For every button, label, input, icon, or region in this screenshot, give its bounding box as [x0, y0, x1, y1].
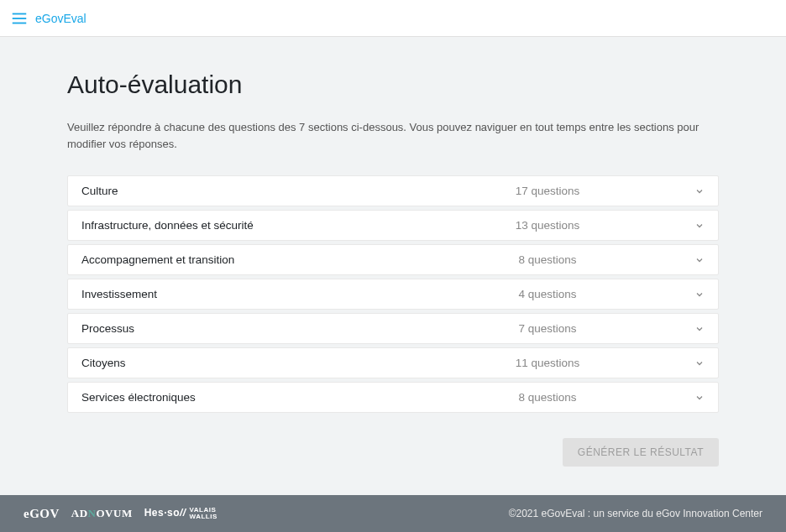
logo-adnovum: ADNOVUM: [71, 507, 133, 520]
section-count: 4 questions: [401, 288, 694, 300]
section-services-electroniques[interactable]: Services électroniques 8 questions: [67, 382, 719, 413]
logo-hesso: Hes·so// VALAIS WALLIS: [144, 507, 217, 520]
section-label: Citoyens: [81, 357, 401, 369]
section-count: 17 questions: [401, 185, 694, 197]
footer-logos: eGOV ADNOVUM Hes·so// VALAIS WALLIS: [24, 507, 217, 521]
logo-valais: VALAIS WALLIS: [190, 507, 217, 520]
section-accompagnement[interactable]: Accompagnement et transition 8 questions: [67, 244, 719, 275]
section-infrastructure[interactable]: Infrastructure, données et sécurité 13 q…: [67, 210, 719, 241]
chevron-down-icon: [694, 324, 705, 334]
footer-copyright: ©2021 eGovEval : un service du eGov Inno…: [509, 508, 762, 519]
actions-bar: GÉNÉRER LE RÉSULTAT: [67, 438, 719, 467]
generate-result-button[interactable]: GÉNÉRER LE RÉSULTAT: [563, 438, 719, 467]
main-content: Auto-évaluation Veuillez répondre à chac…: [0, 37, 786, 483]
chevron-down-icon: [694, 255, 705, 265]
section-culture[interactable]: Culture 17 questions: [67, 175, 719, 206]
chevron-down-icon: [694, 221, 705, 231]
section-label: Investissement: [81, 288, 401, 300]
section-label: Processus: [81, 322, 401, 335]
section-label: Infrastructure, données et sécurité: [81, 219, 401, 232]
chevron-down-icon: [694, 186, 705, 196]
page-description: Veuillez répondre à chacune des question…: [67, 119, 719, 152]
section-processus[interactable]: Processus 7 questions: [67, 313, 719, 344]
app-header: eGovEval: [0, 0, 786, 37]
section-count: 7 questions: [401, 322, 694, 335]
section-count: 8 questions: [401, 391, 694, 404]
section-count: 13 questions: [401, 219, 694, 232]
logo-egov: eGOV: [24, 507, 60, 521]
chevron-down-icon: [694, 393, 705, 403]
app-title[interactable]: eGovEval: [35, 12, 86, 25]
sections-list: Culture 17 questions Infrastructure, don…: [67, 175, 719, 413]
menu-icon[interactable]: [10, 9, 29, 28]
section-count: 8 questions: [401, 253, 694, 266]
section-label: Accompagnement et transition: [81, 253, 401, 266]
section-citoyens[interactable]: Citoyens 11 questions: [67, 347, 719, 378]
section-label: Services électroniques: [81, 391, 401, 404]
section-count: 11 questions: [401, 357, 694, 369]
chevron-down-icon: [694, 289, 705, 300]
app-footer: eGOV ADNOVUM Hes·so// VALAIS WALLIS ©202…: [0, 495, 786, 532]
section-label: Culture: [81, 185, 401, 197]
page-title: Auto-évaluation: [67, 70, 719, 99]
chevron-down-icon: [694, 358, 705, 368]
section-investissement[interactable]: Investissement 4 questions: [67, 279, 719, 310]
